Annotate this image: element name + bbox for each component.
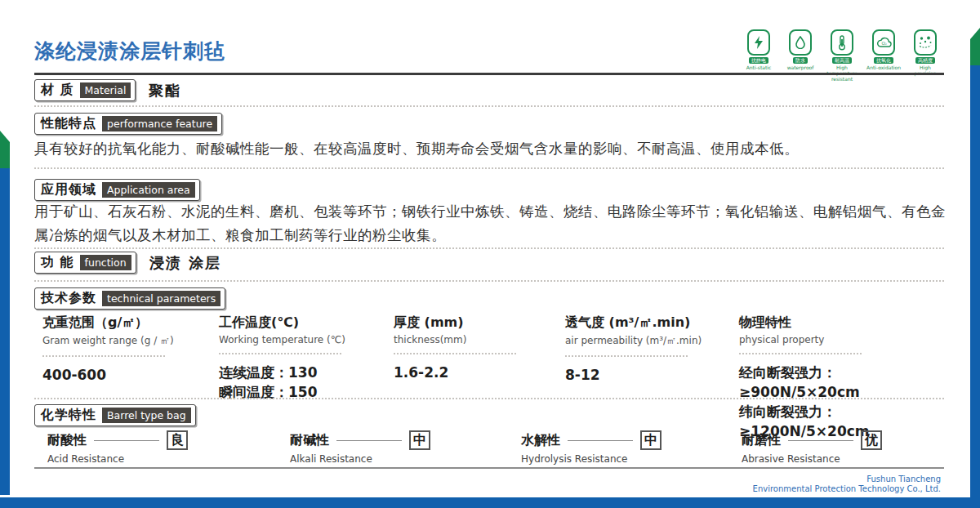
tech-col-value: 经向断裂强力：≥900N/5×20cm — [739, 363, 947, 402]
chemical-label-en-badge: Barrel type bag — [102, 408, 191, 423]
lightning-bolt-icon — [747, 29, 770, 56]
technical-row: 技术参数 technical parameters — [34, 287, 225, 310]
tech-col-value: 8-12 — [565, 365, 739, 385]
chem-rating-box: 良 — [167, 430, 188, 450]
material-label-en-badge: Material — [80, 82, 131, 98]
tech-col-value: 连续温度：130 — [219, 363, 394, 382]
dotted-divider — [34, 167, 944, 169]
cloud-oxidation-icon: O₂ — [872, 29, 895, 56]
chemical-section-label: 化学特性 Barrel type bag — [34, 404, 196, 426]
application-label-en-badge: Application area — [102, 182, 195, 198]
chemical-label-cn: 化学特性 — [41, 407, 96, 424]
performance-section-label: 性能特点 performance feature — [34, 113, 222, 135]
chem-item-alkali-resistance: 耐碱性 中 Alkali Resistance — [290, 430, 521, 465]
chem-name-cn: 水解性 — [521, 432, 560, 449]
icon-label-cn: 耐高温 — [832, 57, 852, 64]
function-row: 功 能 function 浸渍 涂层 — [34, 252, 221, 274]
tech-col-title-cn: 克重范围（g/㎡） — [42, 314, 219, 332]
application-row: 应用领域 Application area — [34, 179, 200, 201]
left-blue-accent-strip — [0, 168, 10, 495]
dotted-divider — [34, 105, 944, 107]
application-label-cn: 应用领域 — [41, 181, 96, 198]
material-label-cn: 材 质 — [41, 82, 74, 99]
technical-section-label: 技术参数 technical parameters — [34, 287, 225, 310]
tech-col-dotted-rule — [219, 353, 341, 354]
dotted-divider — [34, 398, 944, 399]
tech-col-dotted-rule — [739, 353, 862, 354]
chem-item-row: 耐碱性 中 — [290, 430, 521, 450]
tech-col-dotted-rule — [42, 355, 165, 357]
product-spec-sheet: 涤纶浸渍涂层针刺毡 抗静电 Anti-static 防水 waterproof … — [0, 0, 980, 508]
technical-label-cn: 技术参数 — [41, 290, 96, 307]
icon-label-cn: 防水 — [793, 57, 808, 64]
tech-col-title-en: Gram weight range (g / ㎡) — [42, 334, 219, 348]
tech-col-dotted-rule — [565, 355, 688, 357]
application-section-label: 应用领域 Application area — [34, 179, 200, 201]
function-section-label: 功 能 function — [34, 252, 136, 274]
tech-col-thickness: 厚度 (mm) thickness(mm) 1.6-2.2 — [394, 314, 565, 441]
tech-col-physical-property: 物理特性 physical property 经向断裂强力：≥900N/5×20… — [739, 314, 947, 441]
chem-item-row: 耐酸性 良 — [47, 430, 290, 450]
chem-name-cn: 耐碱性 — [290, 432, 329, 449]
chem-rating-box: 中 — [640, 430, 662, 450]
material-value: 聚酯 — [149, 81, 181, 100]
svg-text:O₂: O₂ — [881, 41, 887, 46]
technical-label-en-badge: technical parameters — [102, 291, 220, 306]
footer-company-line1: Fushun Tiancheng — [753, 475, 941, 484]
performance-text: 具有较好的抗氧化能力、耐酸碱性能一般、在较高温度时、预期寿命会受烟气含水量的影响… — [34, 137, 947, 161]
footer-rule — [34, 467, 944, 469]
left-green-accent-strip — [0, 131, 10, 172]
material-row: 材 质 Material 聚酯 — [34, 79, 181, 101]
tech-col-value: 1.6-2.2 — [394, 363, 565, 382]
bottom-blue-bar — [0, 497, 980, 508]
page-title: 涤纶浸渍涂层针刺毡 — [34, 38, 225, 65]
chem-rating-box: 中 — [409, 430, 430, 450]
header-rule — [34, 73, 944, 75]
material-section-label: 材 质 Material — [34, 79, 136, 101]
tech-col-title-en: thickness(mm) — [394, 334, 565, 345]
icon-label-en: Anti-oxidation — [866, 65, 901, 70]
chem-item-abrasive-resistance: 耐磨性 优 Abrasive Resistance — [742, 430, 954, 465]
chem-name-en: Alkali Resistance — [290, 453, 521, 465]
right-green-accent-strip — [970, 28, 980, 69]
footer-company-line2: Environmental Protection Technology Co.,… — [753, 484, 941, 494]
chem-item-row: 耐磨性 优 — [742, 430, 954, 450]
tech-col-working-temperature: 工作温度(℃) Working temperature (℃) 连续温度：130… — [219, 314, 394, 441]
icon-label-cn: 抗氧化 — [874, 57, 893, 64]
tech-col-title-cn: 厚度 (mm) — [394, 314, 565, 332]
chem-connector-line — [336, 440, 402, 441]
chemical-properties-grid: 耐酸性 良 Acid Resistance 耐碱性 中 Alkali Resis… — [47, 430, 954, 465]
precision-dots-icon — [914, 29, 937, 56]
right-blue-accent-strip — [970, 65, 980, 508]
icon-label-cn: 抗静电 — [749, 57, 768, 64]
tech-col-title-en: Working temperature (℃) — [219, 334, 394, 345]
chem-name-en: Abrasive Resistance — [742, 453, 954, 465]
chem-name-cn: 耐酸性 — [47, 432, 87, 449]
tech-col-title-en: physical property — [739, 334, 947, 345]
icon-label-en: waterproof — [787, 65, 814, 70]
tech-col-dotted-rule — [394, 353, 516, 354]
tech-col-value: 400-600 — [42, 365, 219, 385]
icon-label-cn: 高精度 — [915, 57, 935, 64]
tech-col-air-permeability: 透气度 (m³/㎡.min) air permeability (m³/㎡.mi… — [565, 314, 739, 441]
function-value: 浸渍 涂层 — [149, 253, 221, 273]
performance-row: 性能特点 performance feature — [34, 113, 222, 135]
chem-item-acid-resistance: 耐酸性 良 Acid Resistance — [47, 430, 290, 465]
tech-col-title-en: air permeability (m³/㎡.min) — [565, 334, 739, 348]
chem-connector-line — [568, 440, 633, 441]
chem-name-en: Hydrolysis Resistance — [521, 453, 742, 465]
chemical-row: 化学特性 Barrel type bag — [34, 404, 196, 426]
icon-label-en: Anti-static — [746, 65, 772, 70]
tech-col-title-cn: 透气度 (m³/㎡.min) — [565, 314, 739, 332]
application-text: 用于矿山、石灰石粉、水泥的生料、磨机、包装等环节；钢铁行业中炼铁、铸造、烧结、电… — [34, 200, 947, 247]
chem-item-hydrolysis-resistance: 水解性 中 Hydrolysis Resistance — [521, 430, 742, 465]
function-label-en-badge: function — [80, 255, 131, 270]
tech-col-title-cn: 工作温度(℃) — [219, 314, 394, 332]
function-label-cn: 功 能 — [41, 254, 74, 271]
performance-label-cn: 性能特点 — [41, 115, 96, 132]
dotted-divider — [34, 280, 944, 282]
chem-rating-box: 优 — [861, 430, 882, 450]
chem-connector-line — [94, 440, 159, 441]
performance-label-en-badge: performance feature — [102, 116, 217, 131]
tech-col-title-cn: 物理特性 — [739, 314, 947, 332]
